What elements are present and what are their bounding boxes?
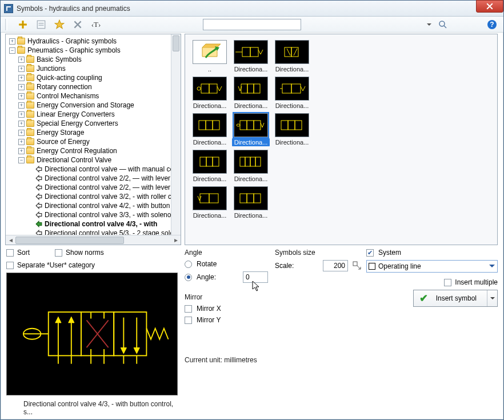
- tree-node-source[interactable]: +Source of Energy: [8, 137, 181, 146]
- symbol-icon: [35, 166, 42, 173]
- svg-rect-56: [206, 157, 213, 166]
- scale-input[interactable]: [323, 260, 348, 271]
- tree-leaf[interactable]: Directional control valve 2/2, — with le…: [8, 183, 181, 192]
- gallery-item[interactable]: Directiona...: [232, 77, 270, 110]
- angle-radio[interactable]: [185, 274, 192, 281]
- svg-rect-37: [209, 84, 217, 93]
- gallery-up[interactable]: ..: [191, 40, 229, 73]
- tree-node-control[interactable]: +Control Mechanisms: [8, 91, 181, 101]
- svg-rect-0: [37, 21, 45, 29]
- gallery-item[interactable]: Directiona...: [273, 40, 311, 73]
- svg-rect-57: [213, 157, 219, 166]
- svg-line-5: [444, 26, 446, 28]
- svg-rect-67: [353, 262, 357, 266]
- gallery-item[interactable]: Directiona...: [232, 150, 270, 183]
- mirror-x-checkbox[interactable]: [185, 305, 192, 313]
- show-norms-checkbox[interactable]: Show norms: [55, 249, 104, 257]
- svg-rect-65: [247, 194, 254, 203]
- insert-symbol-button[interactable]: ✔Insert symbol: [413, 290, 498, 307]
- tree-node-linear[interactable]: +Linear Energy Converters: [8, 110, 181, 119]
- system-select[interactable]: Operating line: [366, 260, 498, 273]
- tree-node-rotary[interactable]: +Rotary connection: [8, 82, 181, 91]
- gallery-item[interactable]: Directiona...: [273, 77, 311, 110]
- svg-rect-30: [250, 47, 258, 57]
- tree-node-basic[interactable]: +Basic Symbols: [8, 55, 181, 64]
- text-tag-icon[interactable]: ‹T›: [91, 19, 101, 30]
- tree-node-pneumatics[interactable]: −Pneumatics - Graphic symbols: [8, 46, 181, 55]
- close-button[interactable]: [476, 0, 503, 13]
- search-input[interactable]: [203, 19, 301, 30]
- search-icon[interactable]: [438, 20, 447, 29]
- insert-symbol-dropdown[interactable]: [487, 290, 497, 306]
- mirror-group: Mirror Mirror X Mirror Y: [185, 293, 268, 324]
- pick-scale-icon[interactable]: [353, 261, 362, 270]
- svg-rect-52: [281, 121, 288, 130]
- gallery-item[interactable]: Directiona...: [191, 150, 229, 183]
- size-group: Symbols size Scale:: [275, 249, 362, 364]
- gallery-item[interactable]: Directiona...: [232, 40, 270, 73]
- tree-node-storage[interactable]: +Energy Storage: [8, 128, 181, 137]
- toolbar: ‹T› ?: [1, 17, 503, 33]
- svg-rect-36: [201, 84, 209, 93]
- symbol-icon: [35, 202, 42, 209]
- favorite-icon[interactable]: [54, 19, 65, 30]
- add-icon[interactable]: [18, 19, 28, 30]
- gallery-item[interactable]: Directiona...: [232, 186, 270, 219]
- gallery-item[interactable]: Directiona...: [273, 113, 311, 146]
- tree-node-dcv[interactable]: −Directional Control Valve: [8, 155, 181, 165]
- svg-rect-48: [240, 121, 247, 130]
- svg-rect-46: [206, 121, 213, 130]
- symbol-icon: [35, 175, 42, 182]
- properties-icon[interactable]: [36, 19, 46, 30]
- svg-rect-42: [282, 84, 291, 93]
- sort-checkbox[interactable]: Sort: [6, 249, 30, 257]
- delete-icon[interactable]: [73, 19, 83, 30]
- svg-rect-54: [295, 121, 302, 130]
- svg-point-38: [197, 87, 201, 90]
- svg-rect-64: [240, 194, 247, 203]
- symbol-gallery[interactable]: .. Directiona... Directiona... D: [185, 34, 498, 245]
- tree-node-energyconv[interactable]: +Energy Conversion and Storage: [8, 101, 181, 110]
- svg-rect-55: [200, 157, 206, 166]
- tree-node-junctions[interactable]: +Junctions: [8, 64, 181, 73]
- insert-multiple-checkbox[interactable]: Insert multiple: [444, 278, 498, 286]
- gallery-item[interactable]: Directiona...: [191, 186, 229, 219]
- tree-scrollbar-v[interactable]: [171, 34, 181, 235]
- svg-rect-63: [209, 194, 218, 203]
- tree-node-regulation[interactable]: +Energy Control Regulation: [8, 146, 181, 155]
- rotate-radio[interactable]: [185, 261, 192, 268]
- symbol-icon-selected: [35, 221, 42, 227]
- svg-rect-58: [240, 157, 245, 166]
- tree-leaf[interactable]: Directional control valve 4/2, - with bu…: [8, 201, 181, 210]
- symbol-icon: [35, 193, 42, 200]
- tree-scrollbar-h[interactable]: ◂▸: [6, 235, 181, 245]
- svg-rect-53: [288, 121, 295, 130]
- tree-view[interactable]: +Hydraulics - Graphic symbols −Pneumatic…: [5, 34, 181, 245]
- symbol-preview: [6, 273, 178, 395]
- system-checkbox[interactable]: [366, 249, 374, 257]
- title-bar: Symbols - hydraulics and pneumatics: [1, 1, 503, 17]
- svg-rect-61: [255, 157, 261, 166]
- angle-input[interactable]: [243, 271, 268, 283]
- tree-leaf[interactable]: Directional control valve 3/3, - with so…: [8, 210, 181, 219]
- svg-rect-60: [250, 157, 255, 166]
- svg-rect-6: [49, 312, 81, 355]
- tree-node-hydraulics[interactable]: +Hydraulics - Graphic symbols: [8, 37, 181, 46]
- tree-node-quick[interactable]: +Quick-acting coupling: [8, 73, 181, 82]
- gallery-item[interactable]: Directiona...: [191, 77, 229, 110]
- tree-leaf-selected[interactable]: Directional control valve 4/3, - with: [8, 219, 181, 229]
- line-swatch-icon: [369, 263, 375, 270]
- symbol-icon: [35, 184, 42, 191]
- window-frame: Symbols - hydraulics and pneumatics ‹T›: [0, 0, 504, 420]
- gallery-item[interactable]: Directiona...: [191, 113, 229, 146]
- mirror-y-checkbox[interactable]: [185, 317, 192, 324]
- tree-leaf[interactable]: Directional control valve — with manual …: [8, 165, 181, 174]
- svg-line-34: [287, 49, 290, 55]
- help-icon[interactable]: ?: [487, 20, 497, 29]
- tree-node-special[interactable]: +Special Energy Converters: [8, 119, 181, 128]
- tree-leaf[interactable]: Directional control valve 3/2, - with ro…: [8, 192, 181, 201]
- gallery-item-selected[interactable]: Directiona...: [232, 113, 270, 146]
- tree-leaf[interactable]: Directional control valve 2/2, — with le…: [8, 174, 181, 183]
- svg-line-35: [294, 49, 297, 55]
- separate-user-checkbox[interactable]: Separate *User* category: [6, 261, 95, 269]
